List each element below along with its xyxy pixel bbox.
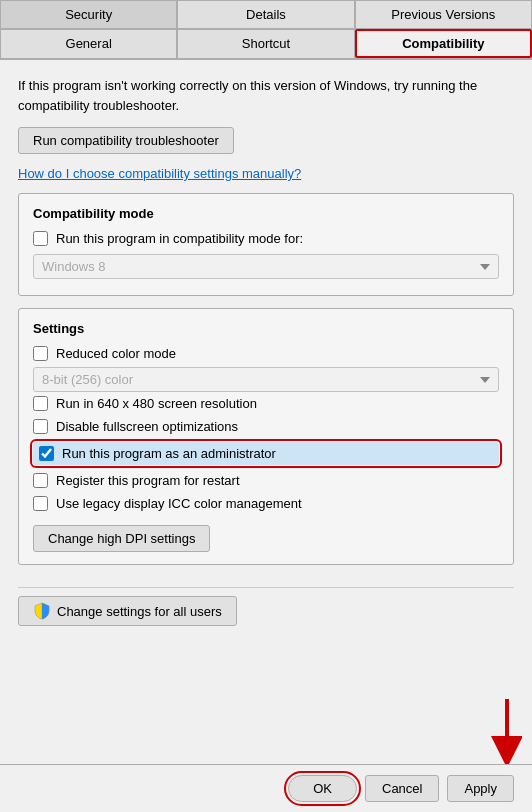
compat-mode-label: Run this program in compatibility mode f… [56,231,303,246]
reduced-color-label: Reduced color mode [56,346,176,361]
compat-section-title: Compatibility mode [33,206,499,221]
apply-button[interactable]: Apply [447,775,514,802]
settings-section: Settings Reduced color mode 8-bit (256) … [18,308,514,565]
settings-section-title: Settings [33,321,499,336]
bottom-bar: OK Cancel Apply [0,764,532,812]
main-content: If this program isn't working correctly … [0,60,532,764]
register-restart-row: Register this program for restart [33,473,499,488]
disable-fullscreen-row: Disable fullscreen optimizations [33,419,499,434]
ok-button[interactable]: OK [288,775,357,802]
run-640-label: Run in 640 x 480 screen resolution [56,396,257,411]
tab-compatibility[interactable]: Compatibility [355,29,532,58]
shield-icon [33,602,51,620]
run-as-admin-checkbox[interactable] [39,446,54,461]
tab-shortcut[interactable]: Shortcut [177,29,354,58]
tab-details[interactable]: Details [177,0,354,28]
run-as-admin-row: Run this program as an administrator [33,442,499,465]
tab-security[interactable]: Security [0,0,177,28]
reduced-color-checkbox[interactable] [33,346,48,361]
run-640-checkbox[interactable] [33,396,48,411]
change-settings-label: Change settings for all users [57,604,222,619]
change-settings-button[interactable]: Change settings for all users [18,596,237,626]
compat-mode-checkbox[interactable] [33,231,48,246]
compat-os-select[interactable]: Windows 8 [33,254,499,279]
legacy-icc-row: Use legacy display ICC color management [33,496,499,511]
manual-settings-link[interactable]: How do I choose compatibility settings m… [18,166,514,181]
tab-bar-bottom: General Shortcut Compatibility [0,29,532,60]
run-troubleshooter-button[interactable]: Run compatibility troubleshooter [18,127,234,154]
disable-fullscreen-checkbox[interactable] [33,419,48,434]
legacy-icc-label: Use legacy display ICC color management [56,496,302,511]
run-640-row: Run in 640 x 480 screen resolution [33,396,499,411]
properties-window: Security Details Previous Versions Gener… [0,0,532,812]
change-dpi-button[interactable]: Change high DPI settings [33,525,210,552]
tab-general[interactable]: General [0,29,177,58]
description-text: If this program isn't working correctly … [18,76,514,115]
change-settings-row: Change settings for all users [18,587,514,634]
register-restart-checkbox[interactable] [33,473,48,488]
reduced-color-row: Reduced color mode [33,346,499,361]
tab-bar-top: Security Details Previous Versions [0,0,532,29]
compatibility-mode-section: Compatibility mode Run this program in c… [18,193,514,296]
run-as-admin-label: Run this program as an administrator [62,446,276,461]
color-depth-select[interactable]: 8-bit (256) color [33,367,499,392]
tab-previous-versions[interactable]: Previous Versions [355,0,532,28]
compat-mode-row: Run this program in compatibility mode f… [33,231,499,246]
cancel-button[interactable]: Cancel [365,775,439,802]
register-restart-label: Register this program for restart [56,473,240,488]
disable-fullscreen-label: Disable fullscreen optimizations [56,419,238,434]
legacy-icc-checkbox[interactable] [33,496,48,511]
